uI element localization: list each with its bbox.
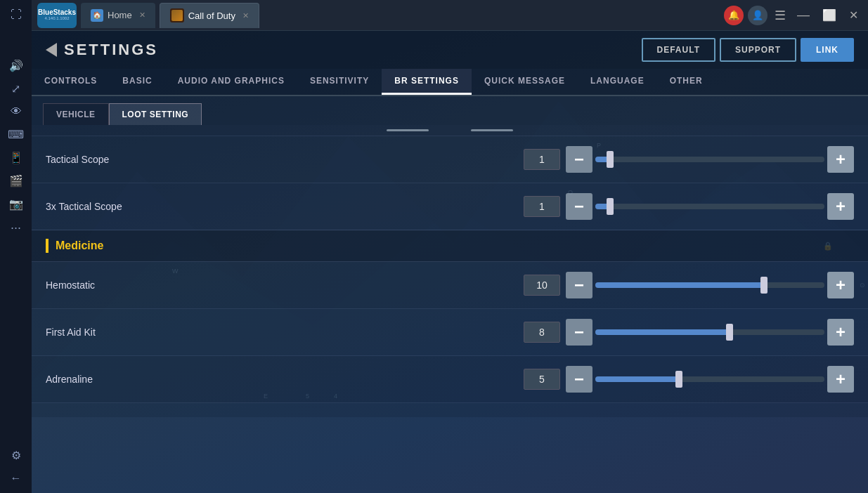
3x-tactical-scope-slider: − + <box>566 193 854 220</box>
scroll-line-left <box>387 129 429 131</box>
version-label: 4.140.1.1002 <box>44 16 69 21</box>
adrenaline-value: 5 <box>524 369 560 390</box>
adrenaline-track[interactable] <box>595 376 824 382</box>
tab-audio-graphics[interactable]: AUDIO AND GRAPHICS <box>165 69 297 95</box>
header-buttons: DEFAULT SUPPORT LINK <box>642 38 854 62</box>
hemostatic-track[interactable] <box>595 282 824 288</box>
tactical-scope-row: P Tactical Scope 1 − + <box>32 136 868 183</box>
first-aid-kit-plus[interactable]: + <box>827 319 854 346</box>
3x-tactical-scope-minus[interactable]: − <box>566 193 592 220</box>
home-tab-close[interactable]: ✕ <box>139 11 145 20</box>
medicine-title: Medicine <box>56 239 103 252</box>
support-button[interactable]: SUPPORT <box>720 38 796 62</box>
adrenaline-slider: − + <box>566 366 854 393</box>
camera-icon[interactable]: 📷 <box>6 195 26 213</box>
back-icon[interactable]: ← <box>8 469 25 487</box>
tactical-scope-thumb[interactable] <box>607 151 614 168</box>
tactical-scope-slider: − + <box>566 146 854 173</box>
key-p-overlay: P <box>597 142 601 149</box>
adrenaline-fill <box>595 376 682 382</box>
first-aid-kit-fill <box>595 329 733 335</box>
tab-basic[interactable]: BASIC <box>110 69 164 95</box>
cod-tab-close[interactable]: ✕ <box>242 11 249 20</box>
adrenaline-minus[interactable]: − <box>566 366 592 393</box>
home-icon: 🏠 <box>91 9 103 22</box>
tactical-scope-minus[interactable]: − <box>566 146 592 173</box>
tab-controls[interactable]: CONTROLS <box>32 69 110 95</box>
first-aid-kit-value: 8 <box>524 322 560 343</box>
hemostatic-value: 10 <box>524 275 560 296</box>
eye-icon[interactable]: 👁 <box>8 103 25 121</box>
hemostatic-plus[interactable]: + <box>827 272 854 298</box>
maximize-btn[interactable]: ⬜ <box>818 8 841 22</box>
content-area: P Tactical Scope 1 − + O 3x Tactical Sco… <box>32 125 868 493</box>
tab-cod[interactable]: Call of Duty ✕ <box>160 3 259 28</box>
tactical-scope-label: Tactical Scope <box>46 154 524 165</box>
sub-tab-loot[interactable]: LOOT SETTING <box>109 103 202 125</box>
phone-icon[interactable]: 📱 <box>6 148 26 167</box>
key-e-overlay: E <box>264 393 268 400</box>
cod-icon <box>170 8 184 22</box>
key-4-overlay: 4 <box>334 393 337 400</box>
sub-tabs: VEHICLE LOOT SETTING <box>32 96 868 125</box>
keyboard-icon[interactable]: ⌨ <box>5 125 27 144</box>
adrenaline-thumb[interactable] <box>675 371 682 388</box>
first-aid-kit-label: First Aid Kit <box>46 327 524 338</box>
key-overlay-lock: 🔒 <box>823 242 833 251</box>
hemostatic-minus[interactable]: − <box>566 272 592 298</box>
hemostatic-thumb[interactable] <box>760 277 767 294</box>
tab-br-settings[interactable]: BR SETTINGS <box>382 69 472 95</box>
tab-language[interactable]: LANGUAGE <box>578 69 657 95</box>
main-tabs: CONTROLS BASIC AUDIO AND GRAPHICS SENSIT… <box>32 69 868 96</box>
sub-tab-vehicle[interactable]: VEHICLE <box>43 103 109 125</box>
hemostatic-fill <box>595 282 767 288</box>
back-arrow-icon[interactable] <box>46 43 57 57</box>
bluestacks-sidebar: ⛶ 🔊 ⤢ 👁 ⌨ 📱 🎬 📷 ··· ⚙ ← <box>0 0 32 493</box>
key-5-overlay: 5 <box>306 393 309 400</box>
hemostatic-slider: − + <box>566 272 854 298</box>
tab-home[interactable]: 🏠 Home ✕ <box>81 3 155 28</box>
adrenaline-row: E 5 4 Adrenaline 5 − + <box>32 356 868 403</box>
3x-tactical-scope-track[interactable] <box>595 204 824 209</box>
medicine-bar <box>46 239 48 253</box>
default-button[interactable]: DEFAULT <box>642 38 715 62</box>
3x-tactical-scope-value: 1 <box>524 196 560 217</box>
tab-quick-message[interactable]: QUICK MESSAGE <box>472 69 578 95</box>
scroll-indicator-top <box>32 125 868 136</box>
key-w-overlay: W <box>172 268 179 275</box>
more-icon[interactable]: ··· <box>8 218 24 238</box>
first-aid-kit-row: First Aid Kit 8 − + <box>32 309 868 356</box>
medicine-section-header: Medicine 🔒 <box>32 230 868 262</box>
scroll-line-right <box>471 129 513 131</box>
expand-icon[interactable]: ⛶ <box>8 6 25 24</box>
3x-tactical-scope-label: 3x Tactical Scope <box>46 201 524 212</box>
first-aid-kit-track[interactable] <box>595 329 824 335</box>
first-aid-kit-thumb[interactable] <box>726 324 733 341</box>
3x-tactical-scope-plus[interactable]: + <box>827 193 854 220</box>
menu-btn[interactable]: ☰ <box>772 8 789 23</box>
settings-area: SETTINGS DEFAULT SUPPORT LINK CONTROLS B… <box>32 31 868 493</box>
volume-icon[interactable]: 🔊 <box>6 56 26 75</box>
settings-title: SETTINGS <box>64 41 158 59</box>
account-btn[interactable]: 👤 <box>748 6 767 25</box>
tab-other[interactable]: OTHER <box>657 69 715 95</box>
tactical-scope-track[interactable] <box>595 157 824 162</box>
key-right-overlay: ⊙ <box>860 282 865 289</box>
video-icon[interactable]: 🎬 <box>6 171 26 190</box>
hemostatic-row: W Hemostatic 10 − + ⊙ <box>32 262 868 309</box>
expand2-icon[interactable]: ⤢ <box>8 79 23 98</box>
hemostatic-label: Hemostatic <box>46 280 524 291</box>
tactical-scope-plus[interactable]: + <box>827 146 854 173</box>
tab-sensitivity[interactable]: SENSITIVITY <box>297 69 382 95</box>
tactical-scope-value: 1 <box>524 149 560 170</box>
first-aid-kit-minus[interactable]: − <box>566 319 592 346</box>
minimize-btn[interactable]: — <box>793 8 814 22</box>
adrenaline-plus[interactable]: + <box>827 366 854 393</box>
gear-icon[interactable]: ⚙ <box>8 446 24 465</box>
notification-btn[interactable]: 🔔 <box>724 6 744 25</box>
main-area: BlueStacks 4.140.1.1002 🏠 Home ✕ Call of… <box>32 0 868 493</box>
3x-tactical-scope-thumb[interactable] <box>607 198 614 215</box>
link-button[interactable]: LINK <box>801 38 854 62</box>
settings-header: SETTINGS DEFAULT SUPPORT LINK <box>32 31 868 69</box>
close-btn[interactable]: ✕ <box>845 8 862 22</box>
